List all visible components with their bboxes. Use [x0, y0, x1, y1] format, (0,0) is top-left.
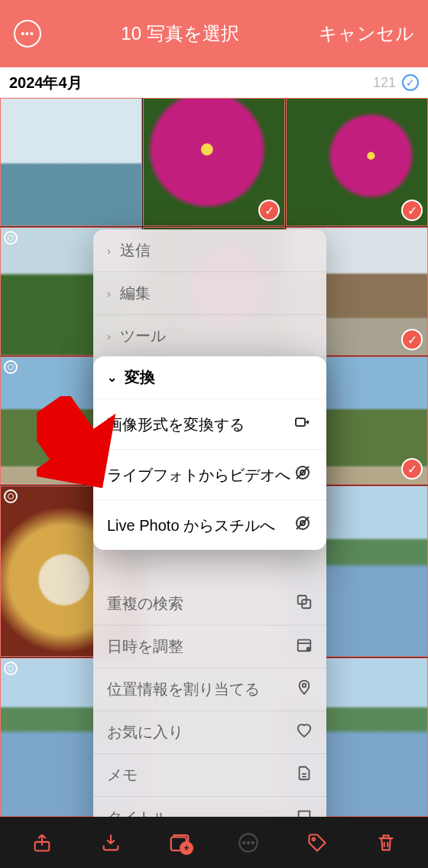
live-photo-icon [4, 662, 18, 675]
eye-off-icon [293, 514, 313, 536]
chevron-down-icon: ⌄ [107, 370, 117, 385]
menu-item-datetime[interactable]: 日時を調整 [93, 626, 326, 668]
menu-item-memo[interactable]: メモ [93, 754, 326, 797]
menu-item-duplicates[interactable]: 重複の検索 [93, 583, 326, 626]
photo-thumb[interactable] [0, 98, 142, 226]
selected-check-icon: ✓ [401, 458, 423, 480]
live-photo-icon [4, 360, 18, 374]
svg-point-19 [243, 841, 245, 843]
menu-item-tool[interactable]: ›ツール [93, 315, 326, 358]
more-actions-button[interactable] [235, 830, 261, 856]
plus-icon: + [180, 841, 193, 855]
submenu-header[interactable]: ⌄変換 [93, 356, 326, 399]
chevron-right-icon: › [107, 330, 111, 343]
svg-point-21 [252, 841, 254, 843]
heart-icon [296, 722, 313, 743]
doc-icon [296, 765, 313, 785]
live-photo-icon [4, 231, 18, 245]
section-count: 121 [373, 75, 396, 91]
pointer-arrow-annotation [37, 396, 144, 503]
section-title: 2024年4月 [9, 73, 83, 93]
photo-thumb[interactable]: ✓ [143, 98, 285, 226]
bottom-toolbar: + [0, 817, 428, 868]
download-button[interactable] [98, 830, 124, 856]
add-to-album-button[interactable]: + [167, 830, 193, 856]
selected-check-icon: ✓ [401, 200, 423, 221]
app-header: ••• 10 写真を選択 キャンセル [0, 0, 428, 67]
menu-item-send[interactable]: ›送信 [93, 229, 326, 272]
svg-rect-8 [296, 418, 305, 426]
svg-marker-15 [37, 396, 144, 503]
cancel-button[interactable]: キャンセル [319, 21, 414, 46]
photo-thumb[interactable]: ✓ [286, 98, 428, 226]
search-icon [296, 593, 313, 614]
tag-button[interactable] [304, 830, 330, 856]
svg-point-20 [248, 841, 249, 843]
select-all-check[interactable]: ✓ [402, 74, 419, 91]
svg-point-5 [303, 684, 306, 688]
delete-button[interactable] [373, 830, 399, 856]
more-button[interactable]: ••• [14, 20, 41, 47]
eye-off-icon [293, 463, 313, 486]
selected-check-icon: ✓ [258, 200, 280, 221]
menu-item-edit[interactable]: ›編集 [93, 272, 326, 315]
submenu-item-live-to-still[interactable]: Live Photo からスチルへ [93, 500, 326, 550]
chevron-right-icon: › [107, 287, 111, 300]
menu-item-favorite[interactable]: お気に入り [93, 711, 326, 754]
header-title: 10 写真を選択 [121, 21, 238, 46]
pin-icon [296, 679, 313, 700]
menu-item-location[interactable]: 位置情報を割り当てる [93, 668, 326, 711]
svg-point-4 [307, 648, 310, 651]
share-button[interactable] [29, 830, 55, 856]
calendar-icon [296, 636, 313, 657]
chevron-right-icon: › [107, 244, 111, 257]
selected-check-icon: ✓ [401, 329, 423, 350]
convert-icon [293, 413, 313, 435]
live-photo-icon [4, 489, 18, 503]
section-header: 2024年4月 121 ✓ [0, 67, 428, 98]
svg-point-22 [313, 837, 316, 840]
